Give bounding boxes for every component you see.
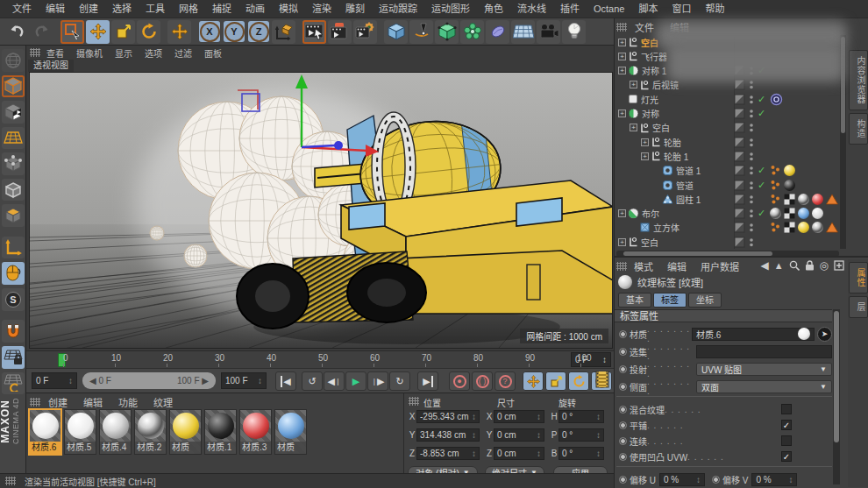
menu-4[interactable]: 工具 bbox=[139, 0, 172, 18]
seamless-checkbox[interactable] bbox=[781, 435, 792, 446]
menu-10[interactable]: 雕刻 bbox=[338, 0, 372, 18]
end-frame-field[interactable]: 100 F↕ bbox=[221, 372, 267, 389]
key-rotation-toggle[interactable] bbox=[568, 371, 589, 391]
spline-pen-button[interactable] bbox=[409, 20, 433, 44]
current-frame-field[interactable]: 0 F↕ bbox=[32, 372, 77, 389]
size-z-field[interactable]: 0 cm↕ bbox=[494, 447, 544, 460]
coordinate-system-button[interactable] bbox=[272, 20, 295, 44]
ball-chrome-tag[interactable] bbox=[798, 194, 809, 205]
anim-dot[interactable] bbox=[619, 348, 627, 356]
ball-chrome-tag[interactable] bbox=[812, 222, 823, 233]
layer-tag[interactable] bbox=[734, 108, 745, 119]
menu-15[interactable]: 插件 bbox=[553, 0, 587, 18]
expand-toggle[interactable]: + bbox=[641, 138, 649, 146]
side-tab-1[interactable]: 构造 bbox=[849, 113, 868, 145]
visibility-dots[interactable] bbox=[748, 165, 755, 176]
material-picker-icon[interactable]: ➤ bbox=[817, 327, 832, 342]
menu-18[interactable]: 窗口 bbox=[665, 0, 698, 18]
checker-tag[interactable] bbox=[784, 194, 795, 205]
visibility-dots[interactable] bbox=[748, 194, 755, 205]
timeline-ruler[interactable]: 0 F↕ 0102030405060708090100 bbox=[26, 350, 614, 368]
viewport-menu-3[interactable]: 选项 bbox=[139, 46, 168, 60]
ball-white-tag[interactable] bbox=[812, 208, 823, 219]
play-cycle-button[interactable]: ↻ bbox=[389, 371, 410, 391]
position-z-field[interactable]: -8.853 cm↕ bbox=[416, 447, 480, 460]
enabled-check[interactable]: ✓ bbox=[758, 165, 767, 176]
preview-range-slider[interactable]: ◀ 0 F100 F ▶ bbox=[82, 372, 216, 389]
use-bump-uvw-checkbox[interactable]: ✓ bbox=[781, 451, 792, 462]
attr-side-tab-1[interactable]: 层 bbox=[849, 296, 868, 318]
attr-tab-2[interactable]: 坐标 bbox=[688, 293, 722, 308]
tree-row[interactable]: +对称✓ bbox=[615, 107, 839, 121]
menu-7[interactable]: 动画 bbox=[238, 0, 272, 18]
ball-red-tag[interactable] bbox=[812, 194, 823, 205]
rotation-p-field[interactable]: 0 °↕ bbox=[559, 428, 604, 442]
ball-blue-tag[interactable] bbox=[798, 208, 809, 219]
visibility-dots[interactable] bbox=[748, 122, 755, 133]
side-tab-0[interactable]: 内容浏览器 bbox=[849, 50, 868, 110]
attr-menu-2[interactable]: 用户数据 bbox=[694, 259, 746, 273]
mix-textures-checkbox[interactable] bbox=[781, 404, 792, 414]
keyframe-selection-button[interactable]: ? bbox=[494, 371, 516, 391]
viewport-menu-4[interactable]: 过滤 bbox=[168, 46, 198, 60]
texture-mode-button[interactable] bbox=[2, 101, 25, 124]
visibility-dots[interactable] bbox=[748, 108, 755, 119]
workplane-mode-button[interactable] bbox=[2, 127, 25, 150]
layer-tag[interactable] bbox=[734, 194, 745, 205]
tree-row[interactable]: 管道✓ bbox=[615, 178, 839, 192]
enabled-check[interactable]: ✓ bbox=[758, 208, 767, 219]
enabled-check[interactable]: ✓ bbox=[758, 180, 767, 191]
live-selection-button[interactable] bbox=[60, 20, 84, 44]
checker-tag[interactable] bbox=[784, 208, 795, 219]
attribute-vscrollbar[interactable] bbox=[833, 309, 840, 484]
selection-tag[interactable] bbox=[770, 180, 781, 191]
phong-tag[interactable] bbox=[826, 194, 838, 205]
layer-tag[interactable] bbox=[734, 137, 745, 148]
expand-toggle[interactable]: + bbox=[630, 124, 637, 131]
move-tool-button[interactable] bbox=[86, 20, 110, 44]
rotation-b-field[interactable]: 0 °↕ bbox=[559, 447, 604, 460]
selection-tag[interactable] bbox=[770, 194, 781, 205]
layer-tag[interactable] bbox=[734, 165, 745, 176]
menu-9[interactable]: 渲染 bbox=[305, 0, 338, 18]
anim-dot[interactable] bbox=[619, 476, 627, 484]
menu-0[interactable]: 文件 bbox=[5, 0, 39, 18]
selection-tag[interactable] bbox=[770, 165, 781, 176]
render-picture-viewer-button[interactable] bbox=[328, 20, 352, 44]
ball-black-tag[interactable] bbox=[784, 180, 795, 191]
menu-12[interactable]: 运动图形 bbox=[424, 0, 477, 18]
rotate-tool-button[interactable] bbox=[137, 20, 160, 44]
menu-19[interactable]: 帮助 bbox=[698, 0, 731, 18]
ball-chrome-tag[interactable] bbox=[770, 208, 781, 219]
menu-16[interactable]: Octane bbox=[587, 0, 631, 18]
checker-tag[interactable] bbox=[784, 222, 795, 233]
redo-button[interactable] bbox=[30, 20, 53, 44]
deformer-button[interactable] bbox=[486, 20, 509, 44]
target-icon[interactable]: ◎ bbox=[820, 259, 829, 272]
anim-dot[interactable] bbox=[712, 476, 720, 484]
menu-6[interactable]: 捕捉 bbox=[205, 0, 238, 18]
menu-5[interactable]: 网格 bbox=[172, 0, 205, 18]
viewport-menu-5[interactable]: 面板 bbox=[198, 46, 228, 60]
history-back-icon[interactable]: ◀ bbox=[760, 259, 768, 272]
material-swatch-7[interactable]: 材质 bbox=[274, 409, 307, 455]
material-swatch-2[interactable]: 材质.4 bbox=[99, 409, 132, 455]
tree-row[interactable]: 灯光✓ bbox=[615, 92, 839, 106]
material-swatch-0[interactable]: 材质.6 bbox=[29, 409, 61, 455]
row-field[interactable]: UVW 贴图▼ bbox=[696, 363, 832, 376]
enabled-check[interactable]: ✓ bbox=[758, 94, 767, 105]
viewport-menu-2[interactable]: 显示 bbox=[109, 46, 139, 60]
selection-tag[interactable] bbox=[770, 222, 781, 233]
viewport-menu-0[interactable]: 查看 bbox=[40, 46, 70, 60]
arrow-icon[interactable]: ▲ bbox=[774, 260, 784, 271]
visibility-dots[interactable] bbox=[748, 94, 755, 105]
menu-11[interactable]: 运动跟踪 bbox=[372, 0, 424, 18]
menu-13[interactable]: 角色 bbox=[477, 0, 510, 18]
material-menu-0[interactable]: 创建 bbox=[40, 395, 75, 409]
render-view-button[interactable] bbox=[302, 20, 326, 44]
rotation-h-field[interactable]: 0 °↕ bbox=[559, 410, 604, 423]
material-menu-1[interactable]: 编辑 bbox=[75, 395, 110, 409]
offset-v-field[interactable]: 0 %↕ bbox=[751, 473, 797, 486]
material-swatch-6[interactable]: 材质.3 bbox=[239, 409, 272, 455]
workplane-lock-button[interactable] bbox=[2, 346, 25, 369]
